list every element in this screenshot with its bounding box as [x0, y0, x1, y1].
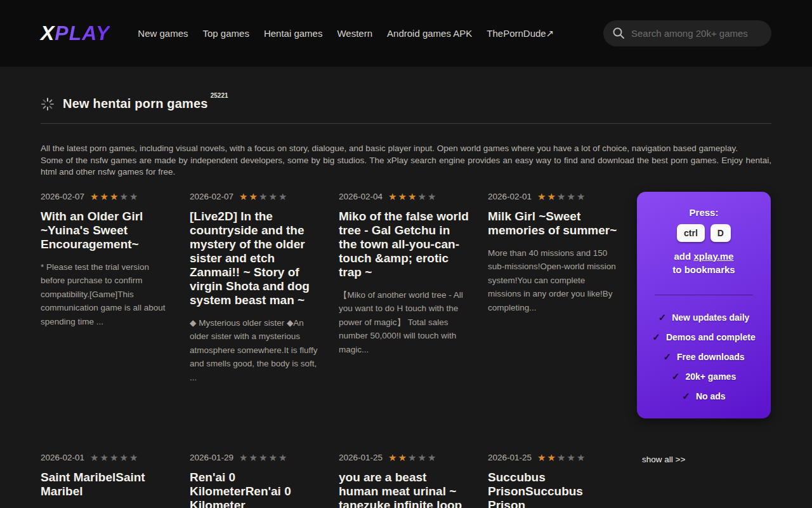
card-meta: 2026-02-07 ★★★★★: [41, 192, 171, 201]
games-grid: 2026-02-07 ★★★★★ With an Older Girl ~Yui…: [41, 192, 771, 508]
card-meta: 2026-02-04 ★★★★★: [339, 192, 469, 201]
game-card[interactable]: 2026-02-07 ★★★★★ With an Older Girl ~Yui…: [41, 192, 171, 329]
release-date: 2026-02-01: [41, 453, 84, 462]
card-meta: 2026-01-29 ★★★★★: [190, 453, 320, 462]
game-title[interactable]: Succubus PrisonSuccubus Prison: [488, 471, 618, 508]
feature-label: Demos and complete: [666, 332, 756, 342]
logo-x: X: [41, 22, 55, 44]
game-title[interactable]: Ren'ai 0 KilometerRen'ai 0 Kilometer: [190, 471, 320, 508]
game-title[interactable]: Milk Girl ~Sweet memories of summer~: [488, 210, 618, 237]
star-rating: ★★★★★: [90, 192, 139, 201]
feature-label: Free downloads: [677, 352, 745, 362]
nav-top-games[interactable]: Top games: [203, 28, 249, 39]
game-title[interactable]: Saint MaribelSaint Maribel: [41, 471, 171, 498]
feature-label: New updates daily: [672, 312, 749, 323]
release-date: 2026-01-25: [339, 453, 383, 462]
show-all-link[interactable]: show all >>: [637, 453, 771, 464]
star-rating: ★★★★★: [388, 453, 437, 462]
game-card[interactable]: 2026-02-04 ★★★★★ Miko of the false world…: [339, 192, 469, 357]
intro-line-1: All the latest porn games, including vis…: [41, 143, 771, 155]
game-card[interactable]: 2026-02-01 ★★★★★ Saint MaribelSaint Mari…: [41, 453, 171, 508]
key-combo: ctrl D: [647, 224, 761, 242]
games-count-badge: 25221: [211, 92, 228, 99]
search-container: [603, 20, 771, 46]
search-input[interactable]: [603, 20, 771, 46]
promo-divider: [655, 295, 753, 295]
nav-new-games[interactable]: New games: [138, 28, 188, 39]
card-meta: 2026-01-25 ★★★★★: [339, 453, 469, 462]
star-rating: ★★★★★: [239, 192, 288, 201]
release-date: 2026-02-07: [190, 192, 233, 201]
bookmarks-label: to bookmarks: [672, 264, 735, 275]
intro-line-2: Some of the nsfw games are made by indep…: [41, 155, 771, 178]
spinner-icon: [41, 97, 55, 111]
game-title[interactable]: you are a beast human meat urinal ~ tane…: [339, 471, 469, 508]
game-title[interactable]: Miko of the false world tree - Gal Getch…: [339, 210, 469, 279]
d-keycap: D: [710, 224, 731, 242]
star-rating: ★★★★★: [239, 453, 288, 462]
feature-item: ✓New updates daily: [647, 312, 761, 323]
feature-list: ✓New updates daily ✓Demos and complete ✓…: [647, 312, 761, 402]
game-card[interactable]: 2026-01-25 ★★★★★ Succubus PrisonSuccubus…: [488, 453, 618, 508]
press-label: Press:: [647, 207, 761, 218]
release-date: 2026-02-01: [488, 192, 532, 201]
star-rating: ★★★★★: [388, 192, 437, 201]
game-description: * Please test the trial version before p…: [41, 260, 171, 329]
add-label: add: [674, 251, 691, 262]
bookmark-promo-box: Press: ctrl D add xplay.me to bookmarks …: [637, 192, 771, 418]
check-icon: ✓: [652, 331, 660, 343]
feature-item: ✓No ads: [647, 391, 761, 402]
main-content: New hentai porn games25221 All the lates…: [0, 97, 812, 508]
check-icon: ✓: [672, 371, 680, 382]
intro-text: All the latest porn games, including vis…: [41, 143, 771, 178]
card-meta: 2026-02-07 ★★★★★: [190, 192, 320, 201]
release-date: 2026-02-04: [339, 192, 383, 201]
main-nav: New games Top games Hentai games Western…: [138, 28, 554, 39]
ctrl-keycap: ctrl: [677, 224, 705, 242]
logo-play: PLAY: [55, 22, 110, 44]
game-card[interactable]: 2026-02-07 ★★★★★ [Live2D] In the country…: [190, 192, 320, 385]
game-description: ◆ Mysterious older sister ◆An older sist…: [190, 316, 320, 385]
game-card[interactable]: 2026-02-01 ★★★★★ Milk Girl ~Sweet memori…: [488, 192, 618, 315]
release-date: 2026-02-07: [41, 192, 84, 201]
nav-western[interactable]: Western: [337, 28, 372, 39]
card-meta: 2026-02-01 ★★★★★: [488, 192, 618, 201]
check-icon: ✓: [682, 391, 690, 402]
game-title[interactable]: [Live2D] In the countryside and the myst…: [190, 210, 320, 307]
feature-item: ✓Free downloads: [647, 351, 761, 363]
game-description: More than 40 missions and 150 sub-missio…: [488, 246, 618, 315]
star-rating: ★★★★★: [537, 453, 586, 462]
feature-label: No ads: [696, 391, 726, 401]
add-bookmark-text: add xplay.me to bookmarks: [647, 250, 761, 276]
game-description: 【Miko of another world tree - All you wa…: [339, 288, 469, 357]
header: XPLAY New games Top games Hentai games W…: [0, 0, 812, 67]
xplay-me-link[interactable]: xplay.me: [693, 251, 733, 262]
heading-divider: [41, 123, 771, 124]
feature-item: ✓Demos and complete: [647, 331, 761, 343]
page-title: New hentai porn games: [63, 97, 208, 110]
release-date: 2026-01-29: [190, 453, 233, 462]
page-heading: New hentai porn games25221: [41, 97, 771, 111]
check-icon: ✓: [658, 312, 667, 323]
nav-hentai-games[interactable]: Hentai games: [264, 28, 323, 39]
card-meta: 2026-01-25 ★★★★★: [488, 453, 618, 462]
check-icon: ✓: [663, 351, 671, 363]
star-rating: ★★★★★: [90, 453, 139, 462]
release-date: 2026-01-25: [488, 453, 532, 462]
feature-item: ✓20k+ games: [647, 371, 761, 382]
card-meta: 2026-02-01 ★★★★★: [41, 453, 171, 462]
xplay-logo[interactable]: XPLAY: [41, 22, 110, 45]
nav-theporndude[interactable]: ThePornDude↗: [487, 28, 554, 39]
feature-label: 20k+ games: [685, 371, 736, 382]
nav-android-games-apk[interactable]: Android games APK: [387, 28, 472, 39]
game-card[interactable]: 2026-01-29 ★★★★★ Ren'ai 0 KilometerRen'a…: [190, 453, 320, 508]
game-card[interactable]: 2026-01-25 ★★★★★ you are a beast human m…: [339, 453, 469, 508]
game-title[interactable]: With an Older Girl ~Yuina's Sweet Encour…: [41, 210, 171, 251]
star-rating: ★★★★★: [537, 192, 586, 201]
